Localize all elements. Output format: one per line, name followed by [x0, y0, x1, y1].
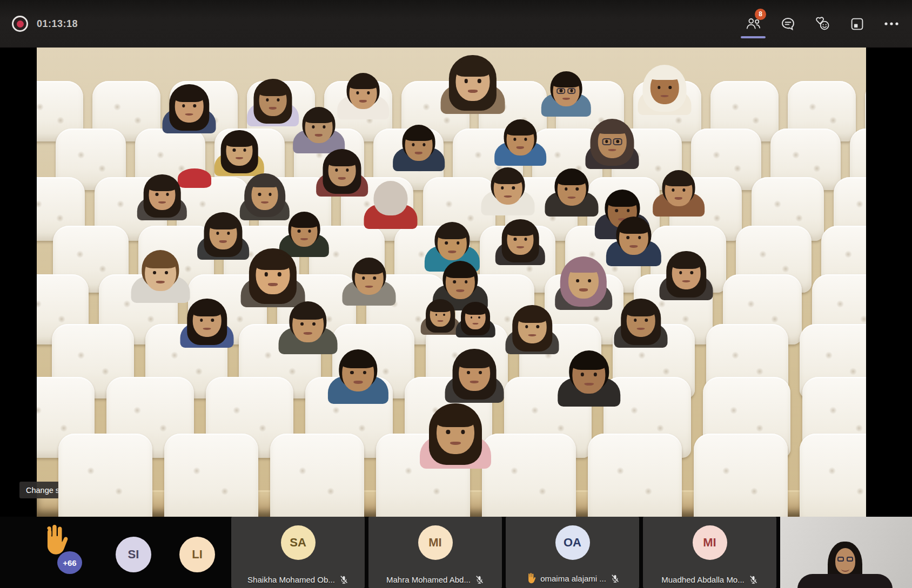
audio-participant-avatar[interactable]: LI	[179, 537, 215, 572]
participant-avatar: SA	[281, 525, 316, 560]
glasses-icon	[837, 557, 844, 562]
seat	[58, 434, 152, 517]
seat	[164, 434, 258, 517]
video-participant-smile	[841, 566, 849, 572]
active-tab-underline	[741, 36, 766, 38]
stage-participant	[585, 118, 640, 170]
recording-icon	[12, 16, 28, 32]
self-video-tile[interactable]	[780, 517, 912, 588]
participant-tile[interactable]: MIMuadhed Abdalla Mo...	[643, 517, 776, 588]
together-mode-stage	[37, 48, 866, 517]
participant-tile-footer: omaima alajami ...	[506, 572, 639, 584]
participant-name: Shaikha Mohamed Ob...	[247, 575, 335, 584]
stage-participant	[554, 256, 613, 310]
stage-participant	[444, 347, 505, 403]
seat	[800, 434, 866, 517]
seat	[482, 434, 576, 517]
participant-name: Muadhed Abdalla Mo...	[661, 575, 744, 584]
stage-participant	[179, 297, 234, 348]
meeting-timer: 01:13:18	[37, 18, 78, 30]
stage-participant	[292, 104, 346, 153]
stage-participant	[392, 122, 446, 171]
participant-tile-footer: Shaikha Mohamed Ob...	[231, 575, 365, 584]
participants-button[interactable]: 8	[736, 0, 770, 48]
participant-avatar: MI	[418, 525, 453, 560]
breakout-rooms-icon	[850, 17, 864, 31]
glasses-icon	[847, 557, 853, 562]
chat-button[interactable]	[770, 0, 805, 48]
stage-participant	[494, 217, 546, 265]
participant-tile[interactable]: SAShaikha Mohamed Ob...	[231, 517, 365, 588]
stage-participant	[557, 347, 621, 406]
meeting-toolbar: 8	[736, 0, 909, 48]
participant-name: omaima alajami ...	[540, 574, 606, 583]
seat	[270, 434, 364, 517]
audio-participant-avatar[interactable]: SI	[116, 537, 151, 572]
seat	[694, 434, 788, 517]
participant-tiles: SAShaikha Mohamed Ob...MIMahra Mohamed A…	[231, 517, 776, 588]
stage-participant	[637, 64, 692, 116]
participant-name: Mahra Mohamed Abd...	[386, 575, 471, 584]
stage-participant	[363, 178, 418, 229]
more-options-button[interactable]	[874, 0, 909, 48]
seat	[588, 434, 682, 517]
stage-participant	[246, 77, 300, 126]
stage-participant	[327, 346, 390, 404]
teams-meeting-window: 01:13:18 8	[0, 0, 912, 588]
mic-off-icon	[475, 575, 484, 584]
meeting-controls-bar: 01:13:18 8	[0, 0, 912, 48]
participants-count-badge: 8	[755, 9, 766, 20]
reactions-button[interactable]	[805, 0, 840, 48]
stage-participant	[130, 247, 191, 303]
audio-participants: SILI	[116, 537, 215, 572]
stage-participant	[316, 147, 369, 197]
stage-participant	[440, 53, 506, 114]
raised-hands-indicator: +66	[38, 521, 86, 584]
mic-off-icon	[339, 575, 348, 584]
mic-off-icon	[611, 574, 620, 583]
stage-participant	[420, 298, 461, 335]
stage-participant	[544, 166, 599, 217]
stage-participant	[659, 249, 714, 301]
stage-participant	[540, 69, 592, 116]
chat-icon	[781, 17, 795, 31]
stage-participant	[505, 303, 560, 355]
participant-tile[interactable]: OAomaima alajami ...	[506, 517, 639, 588]
participant-avatar: OA	[555, 525, 590, 560]
raised-hand-icon	[525, 572, 536, 584]
stage-participant	[605, 213, 662, 266]
recording-status: 01:13:18	[12, 0, 78, 48]
stage-participant	[162, 83, 217, 134]
breakout-rooms-button[interactable]	[840, 0, 874, 48]
participant-tile[interactable]: MIMahra Mohamed Abd...	[368, 517, 502, 588]
mic-off-icon	[749, 575, 758, 584]
stage-participant	[613, 297, 668, 348]
stage-participant	[455, 300, 496, 337]
video-participant-body	[797, 574, 893, 588]
raised-hands-count-badge: +66	[57, 551, 82, 574]
stage-participant	[136, 172, 187, 220]
participant-tile-footer: Muadhed Abdalla Mo...	[643, 575, 776, 584]
stage-participant	[494, 117, 547, 166]
reactions-icon	[814, 16, 830, 31]
participant-filmstrip: +66 SILI SAShaikha Mohamed Ob...MIMahra …	[0, 517, 912, 588]
stage-participant	[213, 128, 265, 175]
stage-participant	[341, 255, 397, 306]
stage-participant	[480, 165, 535, 216]
more-options-icon	[884, 22, 899, 26]
stage-participant	[419, 401, 492, 469]
stage-participant	[652, 167, 706, 217]
participant-avatar: MI	[693, 525, 727, 560]
participant-tile-footer: Mahra Mohamed Abd...	[368, 575, 502, 584]
